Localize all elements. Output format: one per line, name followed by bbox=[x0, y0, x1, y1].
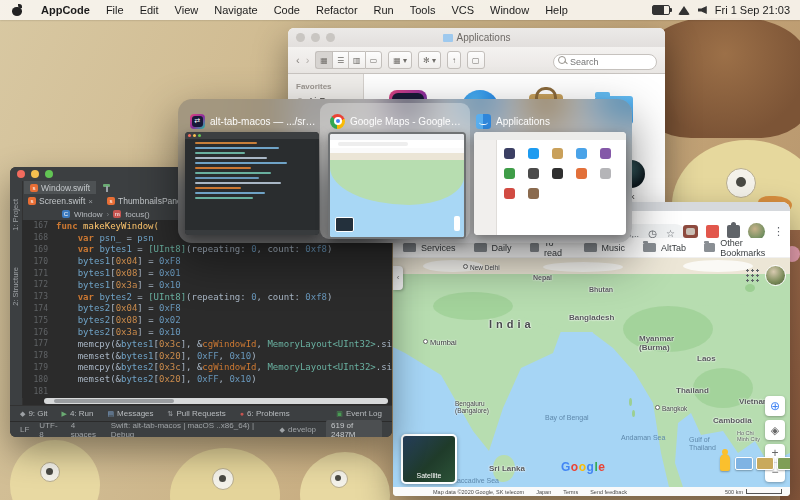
folder-icon bbox=[403, 243, 416, 252]
extension-adblock-icon[interactable] bbox=[706, 225, 719, 238]
switcher-item-appcode[interactable]: ⇄ alt-tab-macos — .../src/logic... bbox=[190, 113, 318, 129]
apple-menu-icon[interactable] bbox=[12, 5, 23, 16]
icon-view-button[interactable]: ▦ bbox=[315, 51, 332, 69]
extensions-puzzle-icon[interactable] bbox=[727, 225, 740, 238]
minimize-button[interactable] bbox=[31, 170, 39, 178]
swift-file-icon: s bbox=[28, 197, 36, 205]
zoom-button[interactable] bbox=[45, 170, 53, 178]
status-lf[interactable]: LF bbox=[20, 425, 29, 434]
attribution-link-terms[interactable]: Terms bbox=[563, 489, 578, 495]
breadcrumb-method[interactable]: focus() bbox=[125, 210, 149, 219]
menu-vcs[interactable]: VCS bbox=[443, 1, 482, 19]
imagery-chip-terrain[interactable] bbox=[756, 457, 774, 470]
line-number: 170 bbox=[22, 257, 56, 266]
status-develop[interactable]: ◆develop bbox=[280, 425, 316, 434]
volume-icon[interactable] bbox=[698, 6, 707, 14]
action-button[interactable]: ✻ ▾ bbox=[418, 51, 441, 69]
finder-titlebar[interactable]: Applications bbox=[288, 28, 665, 47]
line-number: 167 bbox=[22, 221, 56, 230]
forward-button[interactable]: › bbox=[306, 54, 310, 66]
app-menu-appcode[interactable]: AppCode bbox=[33, 1, 98, 19]
finder-app-icon bbox=[476, 114, 491, 129]
back-button[interactable]: ‹ bbox=[296, 54, 300, 66]
group-button[interactable]: ▦ ▾ bbox=[388, 51, 412, 69]
horizontal-scrollbar[interactable] bbox=[44, 398, 388, 404]
status-4[interactable]: 4 spaces bbox=[71, 421, 101, 438]
compass-button[interactable]: ◈ bbox=[765, 420, 785, 440]
tool-button-event-log[interactable]: ▣Event Log bbox=[336, 409, 382, 418]
chrome-window: ‹ › ↻ 7S,.. ◷ ☆ ⋮ ServicesDailyTo readMu… bbox=[393, 202, 790, 496]
menu-help[interactable]: Help bbox=[537, 1, 576, 19]
map-nicobar-islands bbox=[632, 410, 635, 417]
switcher-item-chrome[interactable]: Google Maps - Google Chr... bbox=[330, 113, 462, 129]
map-canvas[interactable]: New DelhiNepalBhutanBangladeshIndiaMumba… bbox=[393, 258, 790, 487]
menu-window[interactable]: Window bbox=[482, 1, 537, 19]
tag-button[interactable]: ▢ bbox=[467, 51, 485, 69]
imagery-chip-green[interactable] bbox=[777, 457, 790, 470]
menu-navigate[interactable]: Navigate bbox=[206, 1, 265, 19]
wifi-icon[interactable] bbox=[678, 6, 690, 15]
bookmark-alttab[interactable]: AltTab bbox=[643, 238, 686, 258]
menu-view[interactable]: View bbox=[167, 1, 207, 19]
switcher-item-finder[interactable]: Applications bbox=[476, 113, 624, 129]
chrome-menu-icon[interactable]: ⋮ bbox=[773, 225, 784, 238]
satellite-toggle[interactable]: Satellite bbox=[401, 434, 457, 484]
code-text: bytes1[0x3a] = 0x10 bbox=[56, 280, 181, 290]
build-hammer-icon[interactable] bbox=[102, 183, 112, 192]
tab-window-swift[interactable]: s Window.swift bbox=[24, 181, 96, 194]
tool-button-9-git[interactable]: ◆9: Git bbox=[20, 409, 48, 418]
status-swift-[interactable]: Swift: alt-tab-macos | macOS ..x86_64) |… bbox=[111, 421, 270, 438]
globe-view-button[interactable]: ⊕ bbox=[765, 396, 785, 416]
list-view-button[interactable]: ☰ bbox=[332, 51, 348, 69]
menu-bar: AppCode FileEditViewNavigateCodeRefactor… bbox=[0, 0, 800, 20]
tool-button-6-problems[interactable]: ●6: Problems bbox=[240, 409, 290, 418]
imagery-chips[interactable] bbox=[735, 457, 790, 470]
mini-app-icon bbox=[528, 188, 539, 199]
menu-edit[interactable]: Edit bbox=[132, 1, 167, 19]
pegman-streetview[interactable] bbox=[720, 454, 730, 471]
tool-button-pull-requests[interactable]: ⇅Pull Requests bbox=[168, 409, 226, 418]
menu-bar-clock[interactable]: Fri 1 Sep 21:03 bbox=[715, 4, 790, 16]
switcher-thumbnail-appcode[interactable] bbox=[185, 132, 319, 235]
mini-code-line bbox=[195, 197, 253, 199]
bookmark-label: Daily bbox=[492, 243, 512, 253]
desktop: { "menu_bar": { "app_name": "AppCode", "… bbox=[0, 0, 800, 500]
attribution-link-send-feedback[interactable]: Send feedback bbox=[590, 489, 627, 495]
side-panel-toggle[interactable]: ‹ bbox=[393, 266, 403, 290]
share-button[interactable]: ↑ bbox=[447, 51, 461, 69]
finder-window-title: Applications bbox=[288, 32, 665, 43]
switcher-thumbnail-finder[interactable] bbox=[474, 132, 626, 235]
mini-code-line bbox=[195, 147, 279, 149]
close-tab-icon[interactable]: × bbox=[88, 197, 93, 206]
mini-code-line bbox=[195, 182, 281, 184]
account-avatar[interactable] bbox=[765, 265, 786, 286]
tab-screen-swift[interactable]: s Screen.swift× bbox=[22, 194, 99, 208]
column-view-button[interactable]: ▥ bbox=[348, 51, 365, 69]
code-editor[interactable]: 167func makeKeyWindow(168 var psn_ = psn… bbox=[22, 220, 392, 398]
menu-code[interactable]: Code bbox=[266, 1, 308, 19]
tool-button-project[interactable]: 1: Project bbox=[11, 199, 20, 231]
battery-icon[interactable] bbox=[652, 5, 670, 15]
status-619[interactable]: 619 of 2487M bbox=[326, 420, 382, 438]
menu-refactor[interactable]: Refactor bbox=[308, 1, 366, 19]
search-input[interactable] bbox=[553, 54, 657, 70]
menu-run[interactable]: Run bbox=[366, 1, 402, 19]
tool-button-messages[interactable]: ▤Messages bbox=[107, 409, 153, 418]
wallpaper-duck-pupil bbox=[736, 177, 746, 187]
menu-tools[interactable]: Tools bbox=[402, 1, 444, 19]
breadcrumb-class[interactable]: Window bbox=[74, 210, 102, 219]
menu-file[interactable]: File bbox=[98, 1, 132, 19]
other-bookmarks[interactable]: Other Bookmarks bbox=[704, 238, 780, 258]
status-utf-8[interactable]: UTF-8 bbox=[39, 421, 60, 438]
view-mode-segment[interactable]: ▦ ☰ ▥ ▭ bbox=[315, 51, 382, 69]
google-apps-grid-icon[interactable] bbox=[745, 268, 759, 282]
gallery-view-button[interactable]: ▭ bbox=[365, 51, 383, 69]
tool-button-structure[interactable]: 2: Structure bbox=[11, 267, 20, 306]
code-line: 176 bytes2[0x3a] = 0x10 bbox=[22, 326, 392, 338]
switcher-thumbnail-chrome[interactable] bbox=[328, 132, 466, 239]
extension-screencapture-icon[interactable] bbox=[683, 225, 698, 238]
close-button[interactable] bbox=[17, 170, 25, 178]
imagery-chip-water[interactable] bbox=[735, 457, 753, 470]
attribution-link-japan[interactable]: Japan bbox=[536, 489, 551, 495]
tool-button-4-run[interactable]: ▶4: Run bbox=[62, 409, 94, 418]
